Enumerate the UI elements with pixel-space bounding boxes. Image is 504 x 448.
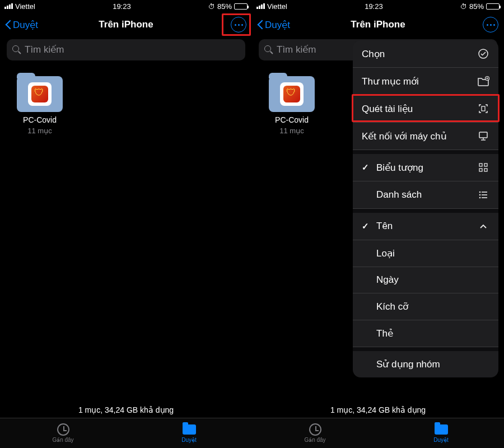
folder-icon [435,424,448,435]
nav-bar: Duyệt Trên iPhone [252,12,504,37]
svg-rect-6 [479,169,482,171]
menu-view-list[interactable]: Danh sách [353,181,498,209]
svg-rect-7 [484,169,487,171]
menu-select[interactable]: Chọn [353,40,498,68]
storage-info: 1 mục, 34,24 GB khả dụng [252,402,504,418]
menu-scan-documents[interactable]: Quét tài liệu [353,95,498,123]
folder-item[interactable]: PC-Covid 11 mục [261,76,323,135]
menu-connect-server[interactable]: Kết nối với máy chủ [353,123,498,150]
status-bar: Viettel 19:23 85% [252,0,504,12]
phone-right: Viettel 19:23 85% Duyệt Trên iPhone [252,0,504,448]
menu-sort-size[interactable]: Kích cỡ [353,293,498,320]
server-icon [477,130,489,142]
menu-sort-kind[interactable]: Loại [353,240,498,267]
check-icon [362,221,371,232]
svg-rect-11 [482,194,487,195]
battery-percent: 85% [469,2,484,11]
folder-item[interactable]: PC-Covid 11 mục [9,76,71,135]
chevron-up-icon [477,220,489,232]
clock-time: 19:23 [365,2,383,11]
folder-name: PC-Covid [23,115,57,124]
menu-sort-tags[interactable]: Thẻ [353,320,498,347]
clock-icon [57,423,69,436]
check-icon [362,162,371,173]
folder-icon [17,76,63,112]
clock-time: 19:23 [113,2,131,11]
tab-bar: Gần đây Duyệt [0,418,252,448]
svg-rect-5 [484,164,487,166]
back-label: Duyệt [265,19,290,31]
menu-sort-name[interactable]: Tên [353,213,498,240]
menu-view-icons[interactable]: Biểu tượng [353,154,498,181]
menu-use-groups[interactable]: Sử dụng nhóm [353,351,498,377]
menu-sort-date[interactable]: Ngày [353,267,498,293]
svg-point-8 [479,192,481,193]
content-area: PC-Covid 11 mục [0,65,252,402]
battery-percent: 85% [217,2,232,11]
nav-bar: Duyệt Trên iPhone [0,12,252,37]
svg-rect-4 [479,164,482,166]
new-folder-icon [477,75,489,87]
folder-meta: 11 mục [279,127,304,135]
search-input[interactable] [25,44,240,55]
carrier-label: Viettel [267,2,287,11]
battery-icon [486,3,500,10]
signal-icon [256,3,265,9]
clock-icon [309,423,321,436]
folder-icon [183,424,196,435]
search-bar[interactable] [7,39,245,60]
activity-icon [460,2,467,11]
back-button[interactable]: Duyệt [6,19,38,31]
tab-label: Gần đây [304,437,325,443]
activity-icon [208,2,215,11]
chevron-left-icon [6,20,12,30]
storage-info: 1 mục, 34,24 GB khả dụng [0,402,252,418]
chevron-left-icon [258,20,264,30]
menu-new-folder[interactable]: Thư mục mới [353,68,498,95]
search-icon [264,45,273,54]
svg-point-10 [479,194,481,196]
folder-meta: 11 mục [27,127,52,135]
tab-label: Duyệt [181,437,197,443]
more-button[interactable] [231,17,246,32]
back-label: Duyệt [13,19,38,31]
svg-rect-13 [482,197,487,198]
phone-left: Viettel 19:23 85% Duyệt Trên iPhone [0,0,252,448]
signal-icon [4,3,13,9]
folder-icon [269,76,315,112]
tab-browse[interactable]: Duyệt [378,418,504,448]
more-button[interactable] [483,17,498,32]
tab-bar: Gần đây Duyệt [252,418,504,448]
tab-recent[interactable]: Gần đây [252,418,378,448]
svg-rect-3 [479,132,487,138]
battery-icon [234,3,248,10]
back-button[interactable]: Duyệt [258,19,290,31]
folder-name: PC-Covid [275,115,309,124]
list-icon [477,189,489,201]
carrier-label: Viettel [15,2,35,11]
tab-recent[interactable]: Gần đây [0,418,126,448]
svg-point-12 [479,197,481,199]
tab-label: Gần đây [52,437,73,443]
select-circle-icon [477,48,489,60]
tab-label: Duyệt [433,437,449,443]
tab-browse[interactable]: Duyệt [126,418,252,448]
scan-icon [477,102,489,115]
context-menu: Chọn Thư mục mới Quét tài liệu Kết nối v… [353,40,498,377]
svg-rect-2 [482,106,485,111]
grid-icon [477,161,489,174]
status-bar: Viettel 19:23 85% [0,0,252,12]
svg-rect-9 [482,192,487,193]
search-icon [12,45,21,54]
